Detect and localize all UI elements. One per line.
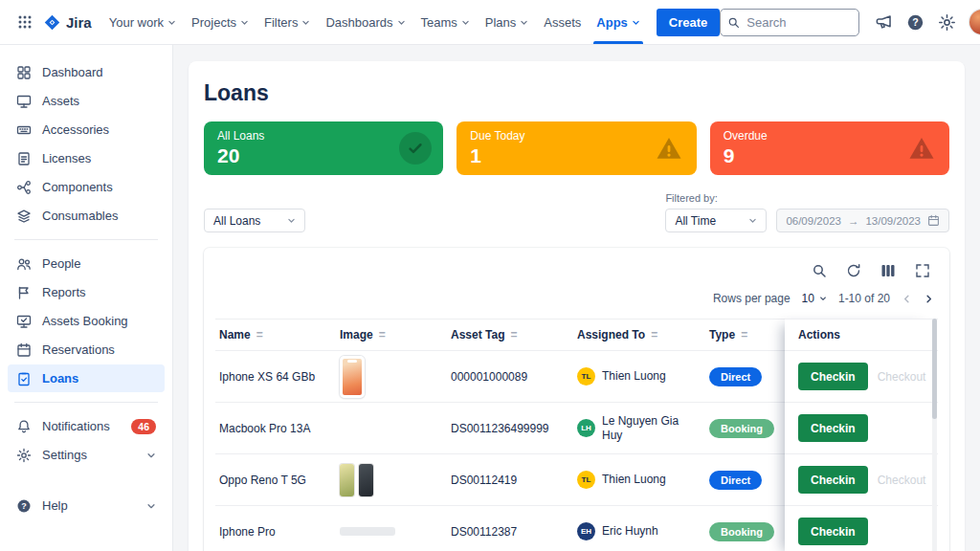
svg-text:?: ? [21,501,27,511]
date-to: 13/09/2023 [865,215,921,227]
chevron-down-icon [146,501,156,511]
navbar-right: ? [720,9,980,36]
sidebar-item-settings[interactable]: Settings [8,441,165,469]
actions-cell: CheckinCheckout [785,351,938,403]
filtered-by-label: Filtered by: [665,192,717,204]
type-pill: Booking [709,522,774,541]
time-filter-value: All Time [675,214,716,228]
table-scrollbar[interactable] [932,319,937,551]
sidebar-item-assets-booking[interactable]: Assets Booking [8,307,165,335]
sidebar-item-label: Dashboard [42,65,103,79]
sidebar-item-label: Loans [42,371,78,386]
cell-name: Oppo Reno T 5G [215,474,336,487]
create-button[interactable]: Create [657,9,720,36]
column-header-label: Assigned To [577,328,645,342]
sidebar-item-label: Components [42,180,113,194]
checkin-button[interactable]: Checkin [798,518,868,545]
stat-card-overdue[interactable]: Overdue 9 [710,121,949,175]
help-icon[interactable]: ? [906,13,924,32]
type-pill: Direct [709,471,762,490]
nav-item-your-work[interactable]: Your work [101,0,184,44]
page-title: Loans [204,80,949,106]
sidebar-section: Notifications46Settings [8,412,165,469]
sidebar-nav: DashboardAssetsAccessoriesLicensesCompon… [8,58,165,519]
column-header-assigned-to[interactable]: Assigned To= [573,320,705,350]
sidebar-item-consumables[interactable]: Consumables [8,202,165,230]
sidebar-item-notifications[interactable]: Notifications46 [8,412,165,440]
loans-table: Name=Image=Asset Tag=Assigned To=Type= I… [215,319,938,551]
stat-card-label: Due Today [470,129,682,143]
notification-badge: 46 [131,419,156,434]
sidebar-item-label: Reports [42,285,86,299]
sidebar: DashboardAssetsAccessoriesLicensesCompon… [0,45,173,551]
sidebar-item-reservations[interactable]: Reservations [8,336,165,364]
column-header-type[interactable]: Type= [705,320,786,350]
sidebar-item-label: Notifications [42,419,110,433]
sidebar-item-reports[interactable]: Reports [8,278,165,306]
checkin-button[interactable]: Checkin [798,363,868,390]
chevron-down-icon [240,18,249,27]
stat-card-due-today[interactable]: Due Today 1 [457,121,696,175]
nav-item-label: Projects [191,15,236,30]
nav-item-label: Apps [596,15,628,30]
settings-gear-icon[interactable] [938,13,956,32]
sidebar-item-dashboard[interactable]: Dashboard [8,58,165,86]
fullscreen-icon[interactable] [915,263,930,278]
time-filter-select[interactable]: All Time [665,209,767,232]
sidebar-item-loans[interactable]: Loans [8,364,165,392]
nav-item-dashboards[interactable]: Dashboards [318,0,412,44]
scrollbar-thumb[interactable] [932,319,937,419]
date-range-input[interactable]: 06/09/2023 → 13/09/2023 [776,209,949,232]
sidebar-item-people[interactable]: People [8,250,165,277]
pagination: Rows per page 10 1-10 of 20 [215,290,938,319]
sidebar-item-label: Settings [42,448,87,462]
sidebar-item-components[interactable]: Components [8,173,165,201]
search-input[interactable] [720,9,859,36]
global-search [720,9,859,36]
sidebar-item-licenses[interactable]: Licenses [8,144,165,172]
loan-filter-select[interactable]: All Loans [204,209,305,232]
gear-icon [16,448,32,463]
jira-logo[interactable]: Jira [43,13,92,32]
chevron-down-icon [397,18,406,27]
consumables-icon [16,209,32,224]
column-header-label: Image [340,328,373,342]
megaphone-icon[interactable] [875,13,893,32]
refresh-icon[interactable] [846,263,861,278]
jira-logo-icon [43,13,61,32]
assignee-avatar: EH [577,522,595,540]
columns-icon[interactable] [880,263,896,278]
nav-item-plans[interactable]: Plans [478,0,537,44]
column-header-name[interactable]: Name= [215,320,336,350]
nav-item-projects[interactable]: Projects [184,0,256,44]
rows-per-page-select[interactable]: 10 [802,292,827,305]
prev-page-icon[interactable] [902,294,912,304]
actions-cell: Checkin [785,403,938,454]
checkin-button[interactable]: Checkin [798,466,868,494]
loans-icon [16,371,32,386]
nav-item-filters[interactable]: Filters [256,0,318,44]
assignee-avatar: TL [577,471,595,489]
chevron-down-icon [301,18,310,27]
assets-icon [16,94,32,109]
chevron-down-icon [146,451,156,460]
column-header-image[interactable]: Image= [336,320,447,350]
sidebar-item-assets[interactable]: Assets [8,87,165,115]
column-header-asset-tag[interactable]: Asset Tag= [447,320,573,350]
table-search-icon[interactable] [812,263,827,278]
nav-item-teams[interactable]: Teams [413,0,478,44]
actions-pinned-column: Actions CheckinCheckoutCheckinCheckinChe… [785,319,938,551]
nav-item-assets[interactable]: Assets [536,0,589,44]
sidebar-item-accessories[interactable]: Accessories [8,116,165,143]
checkin-button[interactable]: Checkin [798,414,868,442]
nav-item-label: Your work [109,15,164,30]
app-switcher-icon[interactable] [12,10,37,34]
user-avatar[interactable] [969,10,980,34]
licenses-icon [16,151,32,166]
stat-card-all-loans[interactable]: All Loans 20 [204,121,443,175]
sidebar-item-label: Help [42,498,68,513]
sidebar-item-help[interactable]: ?Help [8,492,165,519]
nav-item-apps[interactable]: Apps [589,0,648,44]
next-page-icon[interactable] [924,294,934,304]
warning-icon [905,132,938,165]
